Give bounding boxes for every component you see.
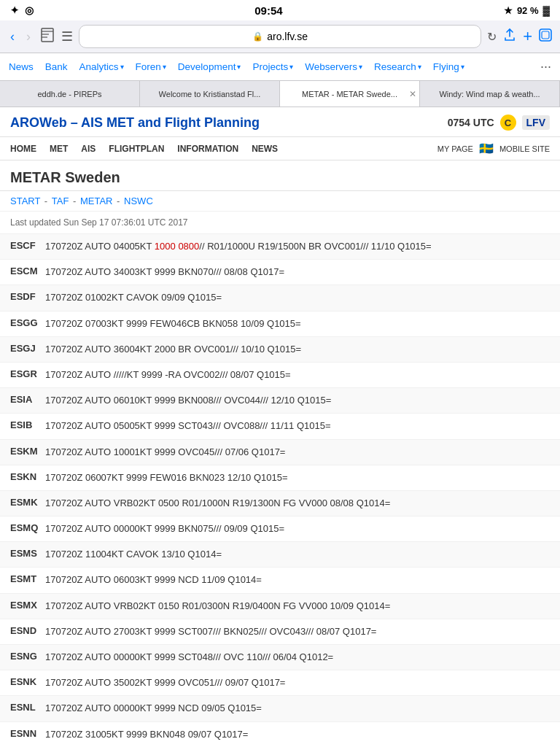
tab-windy[interactable]: Windy: Wind map & weath... bbox=[420, 81, 560, 107]
breadcrumb-sep2: - bbox=[73, 196, 79, 206]
tab-metar[interactable]: METAR - METAR Swede... ✕ bbox=[280, 81, 420, 107]
nav-item-analytics[interactable]: Analytics ▾ bbox=[74, 55, 130, 78]
breadcrumb-nswc[interactable]: NSWC bbox=[124, 196, 153, 206]
breadcrumb-sep3: - bbox=[117, 196, 122, 206]
tabs-button[interactable] bbox=[538, 28, 553, 46]
main-nav-ais[interactable]: AIS bbox=[81, 144, 96, 154]
station-id: ESNG bbox=[10, 651, 45, 662]
bookmarks-button[interactable] bbox=[39, 27, 55, 47]
metar-data: 170720Z AUTO 00000KT 9999 SCT048/// OVC … bbox=[45, 651, 333, 664]
page-title-section: METAR Sweden bbox=[0, 160, 560, 191]
status-bar: ✦ ◎ 09:54 ★ 92 % ▓ bbox=[0, 0, 560, 20]
main-nav-flightplan[interactable]: FLIGHTPLAN bbox=[109, 144, 164, 154]
breadcrumb-metar[interactable]: METAR bbox=[80, 196, 113, 206]
metar-row: ESMQ170720Z AUTO 00000KT 9999 BKN075/// … bbox=[0, 516, 560, 542]
metar-data: 170720Z 01002KT CAVOK 09/09 Q1015= bbox=[45, 291, 222, 304]
metar-row: ESDF170720Z 01002KT CAVOK 09/09 Q1015= bbox=[0, 285, 560, 311]
station-id: ESDF bbox=[10, 291, 45, 302]
forward-button[interactable]: › bbox=[23, 28, 34, 46]
chevron-down-icon: ▾ bbox=[120, 63, 124, 71]
metar-row: ESMK170720Z AUTO VRB02KT 0500 R01/1000N … bbox=[0, 491, 560, 516]
station-id: ESGG bbox=[10, 317, 45, 328]
breadcrumb: START - TAF - METAR - NSWC bbox=[0, 191, 560, 212]
station-id: ESKN bbox=[10, 471, 45, 482]
cellular-icon: ✦ bbox=[10, 4, 19, 16]
metar-data: 170720Z AUTO 00000KT 9999 NCD 09/05 Q101… bbox=[45, 702, 262, 715]
nav-item-development[interactable]: Development ▾ bbox=[172, 55, 247, 78]
lock-icon: 🔒 bbox=[252, 31, 263, 42]
nav-item-bank[interactable]: Bank bbox=[39, 55, 74, 78]
main-nav-information[interactable]: INFORMATION bbox=[177, 144, 238, 154]
main-nav-news[interactable]: NEWS bbox=[252, 144, 278, 154]
metar-data: 170720Z AUTO 05005KT 9999 SCT043/// OVC0… bbox=[45, 419, 331, 433]
main-nav-met[interactable]: MET bbox=[50, 144, 68, 154]
last-updated-row: Last updated Sun Sep 17 07:36:01 UTC 201… bbox=[0, 212, 560, 234]
metar-row: ESCF170720Z AUTO 04005KT 1000 0800// R01… bbox=[0, 234, 560, 260]
tab-close-icon[interactable]: ✕ bbox=[409, 89, 416, 99]
metar-data: 170720Z AUTO 00000KT 9999 BKN075/// 09/0… bbox=[45, 522, 284, 535]
metar-row: ESGJ170720Z AUTO 36004KT 2000 BR OVC001/… bbox=[0, 337, 560, 363]
browser-tabs: eddh.de - PIREPs Welcome to Kristianstad… bbox=[0, 81, 560, 107]
metar-data: 170720Z AUTO VRB02KT 0150 R01/0300N R19/… bbox=[45, 600, 390, 613]
metar-data: 170720Z AUTO 04005KT 1000 0800// R01/100… bbox=[45, 240, 432, 253]
status-bar-right: ★ 92 % ▓ bbox=[504, 5, 550, 16]
my-page-link[interactable]: MY PAGE bbox=[438, 144, 473, 153]
add-tab-button[interactable]: + bbox=[523, 27, 532, 46]
metar-data: 170720Z 31005KT 9999 BKN048 09/07 Q1017= bbox=[45, 728, 248, 741]
battery-icon: ▓ bbox=[543, 5, 550, 16]
flag-icon: 🇸🇪 bbox=[479, 142, 494, 155]
metar-data: 170720Z AUTO /////KT 9999 -RA OVC002/// … bbox=[45, 368, 291, 382]
tab-kristianstad[interactable]: Welcome to Kristianstad Fl... bbox=[140, 81, 280, 107]
breadcrumb-taf[interactable]: TAF bbox=[52, 196, 69, 206]
metar-row: ESCM170720Z AUTO 34003KT 9999 BKN070/// … bbox=[0, 260, 560, 285]
metar-data: 170720Z AUTO 34003KT 9999 BKN070/// 08/0… bbox=[45, 266, 284, 279]
tab-eddh[interactable]: eddh.de - PIREPs bbox=[0, 81, 140, 107]
metar-table: Last updated Sun Sep 17 07:36:01 UTC 201… bbox=[0, 212, 560, 747]
back-button[interactable]: ‹ bbox=[7, 28, 18, 46]
metar-data: 170720Z 06007KT 9999 FEW016 BKN023 12/10… bbox=[45, 471, 288, 484]
page-title: METAR Sweden bbox=[10, 169, 550, 186]
chevron-down-icon: ▾ bbox=[289, 63, 293, 71]
menu-button[interactable]: ☰ bbox=[61, 28, 73, 44]
metar-data: 170720Z AUTO 36004KT 2000 BR OVC001/// 1… bbox=[45, 343, 301, 356]
chevron-down-icon: ▾ bbox=[359, 63, 362, 71]
bluetooth-icon: ★ bbox=[504, 5, 513, 16]
nav-item-flying[interactable]: Flying ▾ bbox=[427, 55, 470, 78]
station-id: ESGR bbox=[10, 368, 45, 379]
metar-row: ESMS170720Z 11004KT CAVOK 13/10 Q1014= bbox=[0, 542, 560, 568]
last-updated-text: Last updated Sun Sep 17 07:36:01 UTC 201… bbox=[10, 217, 188, 228]
mobile-site-link[interactable]: MOBILE SITE bbox=[499, 144, 550, 153]
metar-row: ESKM170720Z AUTO 10001KT 9999 OVC045/// … bbox=[0, 440, 560, 465]
main-nav: HOME MET AIS FLIGHTPLAN INFORMATION NEWS… bbox=[0, 137, 560, 160]
nav-item-webservers[interactable]: Webservers ▾ bbox=[299, 55, 368, 78]
metar-row: ESNG170720Z AUTO 00000KT 9999 SCT048/// … bbox=[0, 645, 560, 670]
metar-data: 170720Z AUTO 35002KT 9999 OVC051/// 09/0… bbox=[45, 676, 285, 689]
c-badge: C bbox=[500, 115, 516, 131]
main-nav-right: MY PAGE 🇸🇪 MOBILE SITE bbox=[438, 142, 550, 155]
nav-item-research[interactable]: Research ▾ bbox=[368, 55, 427, 78]
station-id: ESCM bbox=[10, 266, 45, 276]
nav-item-news[interactable]: News bbox=[3, 55, 39, 78]
metar-row: ESMT170720Z AUTO 06003KT 9999 NCD 11/09 … bbox=[0, 568, 560, 593]
reload-button[interactable]: ↻ bbox=[487, 30, 497, 44]
url-text: aro.lfv.se bbox=[267, 31, 308, 42]
metar-row: ESIB170720Z AUTO 05005KT 9999 SCT043/// … bbox=[0, 414, 560, 439]
nav-item-foren[interactable]: Foren ▾ bbox=[130, 55, 172, 78]
main-nav-home[interactable]: HOME bbox=[10, 144, 36, 154]
lfv-logo: LFV bbox=[522, 115, 550, 130]
station-id: ESNL bbox=[10, 702, 45, 713]
station-id: ESMX bbox=[10, 600, 45, 611]
station-id: ESNK bbox=[10, 676, 45, 687]
utc-time: 0754 UTC bbox=[448, 117, 494, 128]
metar-row: ESNN170720Z 31005KT 9999 BKN048 09/07 Q1… bbox=[0, 722, 560, 747]
breadcrumb-start[interactable]: START bbox=[10, 196, 40, 206]
share-button[interactable] bbox=[502, 28, 517, 46]
station-id: ESIA bbox=[10, 394, 45, 405]
nav-item-projects[interactable]: Projects ▾ bbox=[246, 55, 299, 78]
wifi-icon: ◎ bbox=[25, 4, 34, 16]
station-id: ESNN bbox=[10, 728, 45, 739]
address-bar[interactable]: 🔒 aro.lfv.se bbox=[79, 25, 481, 48]
nav-menu: News Bank Analytics ▾ Foren ▾ Developmen… bbox=[0, 53, 560, 81]
metar-data: 170720Z AUTO 06003KT 9999 NCD 11/09 Q101… bbox=[45, 573, 262, 587]
nav-more-button[interactable]: ··· bbox=[534, 53, 557, 80]
